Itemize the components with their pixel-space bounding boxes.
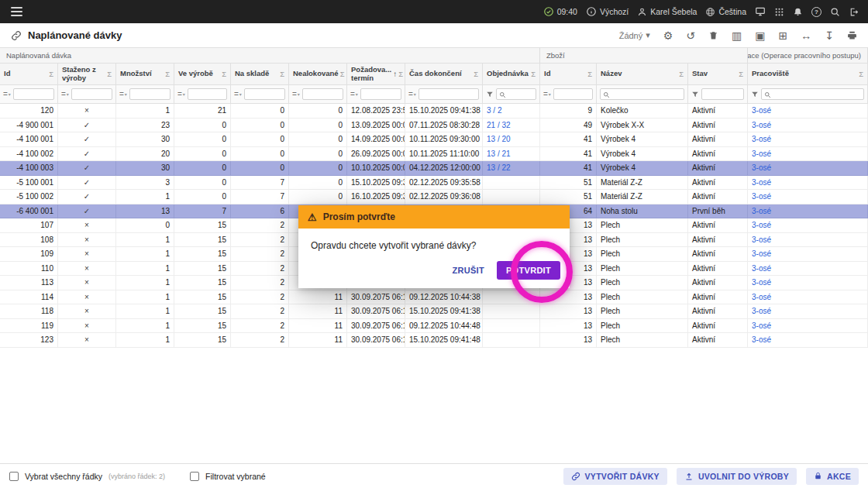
table-cell[interactable]: Aktivní bbox=[688, 262, 748, 276]
column-header[interactable]: NázevΣ bbox=[597, 64, 688, 84]
table-cell[interactable]: ✓ bbox=[58, 176, 116, 190]
table-cell[interactable]: Aktivní bbox=[688, 319, 748, 333]
sum-icon[interactable]: Σ bbox=[280, 70, 284, 78]
menu-icon[interactable] bbox=[9, 4, 24, 19]
release-to-production-button[interactable]: UVOLNIT DO VÝROBY bbox=[677, 468, 797, 485]
column-header[interactable]: Ve výroběΣ bbox=[174, 64, 231, 84]
table-cell[interactable]: 120 bbox=[0, 104, 58, 118]
table-cell[interactable]: 30 bbox=[116, 161, 174, 175]
table-cell[interactable]: 0 bbox=[231, 119, 289, 132]
workplace-link[interactable]: 3-osé bbox=[752, 207, 771, 215]
table-cell[interactable]: 13 / 20 bbox=[483, 132, 540, 146]
sum-icon[interactable]: Σ bbox=[531, 70, 536, 78]
table-cell[interactable]: 15 bbox=[174, 233, 231, 247]
table-cell[interactable] bbox=[483, 304, 540, 318]
column-header[interactable]: MnožstvíΣ bbox=[116, 64, 174, 84]
table-cell[interactable]: 3 / 2 bbox=[483, 104, 540, 118]
table-cell[interactable]: 15.10.2025 09:41:48 bbox=[405, 333, 483, 347]
workplace-link[interactable]: 3-osé bbox=[752, 307, 771, 315]
table-cell[interactable]: 13 bbox=[116, 204, 174, 218]
table-cell[interactable]: 0 bbox=[231, 104, 289, 118]
sum-icon[interactable]: Σ bbox=[49, 70, 53, 78]
table-cell[interactable]: 15.10.2025 09:41:38 bbox=[405, 104, 483, 118]
table-cell[interactable]: 15.10.2025 09:41:38 bbox=[405, 304, 483, 318]
column-header[interactable]: ObjednávkaΣ bbox=[483, 64, 540, 84]
equals-operator-selector[interactable]: =▾ bbox=[3, 90, 11, 98]
table-cell[interactable]: 02.12.2025 09:36:08 bbox=[405, 190, 483, 204]
filter-input[interactable] bbox=[129, 88, 170, 100]
undo-icon[interactable]: ↺ bbox=[686, 30, 695, 41]
table-cell[interactable]: 3-osé bbox=[748, 319, 868, 333]
table-row[interactable]: 114×11521130.09.2075 06:1...09.12.2025 1… bbox=[0, 290, 868, 305]
sum-icon[interactable]: Σ bbox=[340, 70, 345, 78]
table-cell[interactable]: 1 bbox=[116, 262, 174, 276]
print-icon[interactable] bbox=[847, 30, 857, 40]
table-cell[interactable]: 15 bbox=[174, 333, 231, 347]
table-cell[interactable]: 110 bbox=[0, 262, 58, 276]
table-cell[interactable]: 107 bbox=[0, 218, 58, 232]
workplace-link[interactable]: 3-osé bbox=[752, 221, 771, 229]
image-icon[interactable]: ▣ bbox=[755, 30, 765, 41]
table-cell[interactable]: 13 / 21 bbox=[483, 147, 540, 161]
help-icon[interactable]: ? bbox=[811, 7, 822, 17]
filter-search-box[interactable] bbox=[600, 88, 684, 100]
table-cell[interactable]: 1 bbox=[116, 304, 174, 318]
table-cell[interactable]: 2 bbox=[231, 319, 289, 333]
table-cell[interactable]: 41 bbox=[540, 161, 597, 175]
table-cell[interactable]: 0 bbox=[289, 176, 347, 190]
table-cell[interactable] bbox=[483, 290, 540, 304]
column-header[interactable]: IdΣ bbox=[540, 64, 597, 84]
table-cell[interactable]: -6 400 001 bbox=[0, 204, 58, 218]
table-cell[interactable]: Výrobek X-X bbox=[597, 119, 688, 132]
table-cell[interactable]: 2 bbox=[231, 333, 289, 347]
table-cell[interactable]: 2 bbox=[231, 262, 289, 276]
table-cell[interactable]: Aktivní bbox=[688, 333, 748, 347]
filter-input[interactable] bbox=[701, 88, 744, 100]
table-cell[interactable]: 30.09.2075 06:1... bbox=[347, 304, 405, 318]
sum-icon[interactable]: Σ bbox=[859, 70, 863, 78]
table-row[interactable]: -5 100 001✓307015.10.2025 09:3...02.12.2… bbox=[0, 176, 868, 191]
sum-icon[interactable]: Σ bbox=[474, 70, 478, 78]
table-cell[interactable]: 0 bbox=[174, 132, 231, 146]
table-cell[interactable]: 15.10.2025 09:3... bbox=[347, 176, 405, 190]
order-link[interactable]: 3 / 2 bbox=[487, 106, 501, 115]
table-cell[interactable]: Noha stolu bbox=[597, 204, 688, 218]
table-cell[interactable]: Aktivní bbox=[688, 304, 748, 318]
columns-icon[interactable]: ▥ bbox=[732, 30, 742, 41]
table-cell[interactable]: 2 bbox=[231, 233, 289, 247]
table-cell[interactable]: Aktivní bbox=[688, 132, 748, 146]
table-cell[interactable]: × bbox=[58, 233, 116, 247]
table-cell[interactable]: 0 bbox=[289, 161, 347, 175]
table-row[interactable]: -5 100 002✓107016.10.2025 09:3...02.12.2… bbox=[0, 190, 868, 204]
workplace-link[interactable]: 3-osé bbox=[752, 121, 771, 129]
table-cell[interactable]: 02.12.2025 09:35:58 bbox=[405, 176, 483, 190]
equals-operator-selector[interactable]: =▾ bbox=[408, 90, 416, 98]
view-selector-dropdown[interactable]: Žádný▾ bbox=[619, 30, 650, 40]
table-cell[interactable]: 2 bbox=[231, 304, 289, 318]
table-cell[interactable]: -5 100 001 bbox=[0, 176, 58, 190]
table-cell[interactable]: 13.09.2025 00:0... bbox=[347, 119, 405, 132]
table-cell[interactable]: 3-osé bbox=[748, 304, 868, 318]
table-row[interactable]: -4 100 002✓2000026.09.2025 00:0...10.11.… bbox=[0, 147, 868, 162]
table-cell[interactable]: 15 bbox=[174, 276, 231, 290]
table-cell[interactable]: 13 / 22 bbox=[483, 161, 540, 175]
order-link[interactable]: 21 / 32 bbox=[487, 121, 511, 129]
table-cell[interactable]: 15 bbox=[174, 290, 231, 304]
delete-icon[interactable] bbox=[708, 30, 718, 40]
table-cell[interactable]: 11 bbox=[289, 304, 347, 318]
sum-icon[interactable]: Σ bbox=[398, 70, 403, 78]
search-icon[interactable] bbox=[830, 7, 840, 17]
table-cell[interactable]: 1 bbox=[116, 247, 174, 261]
workplace-link[interactable]: 3-osé bbox=[752, 321, 771, 330]
table-cell[interactable]: 0 bbox=[174, 147, 231, 161]
filter-input[interactable] bbox=[244, 88, 285, 100]
funnel-filter-icon[interactable] bbox=[751, 91, 759, 98]
displays-icon[interactable] bbox=[755, 6, 766, 17]
table-cell[interactable]: Plech bbox=[597, 218, 688, 232]
table-cell[interactable]: 2 bbox=[231, 290, 289, 304]
table-cell[interactable]: ✓ bbox=[58, 119, 116, 132]
order-link[interactable]: 13 / 22 bbox=[487, 163, 511, 172]
filter-search-input[interactable] bbox=[773, 90, 861, 98]
table-cell[interactable]: ✓ bbox=[58, 147, 116, 161]
table-cell[interactable]: 13 bbox=[540, 290, 597, 304]
